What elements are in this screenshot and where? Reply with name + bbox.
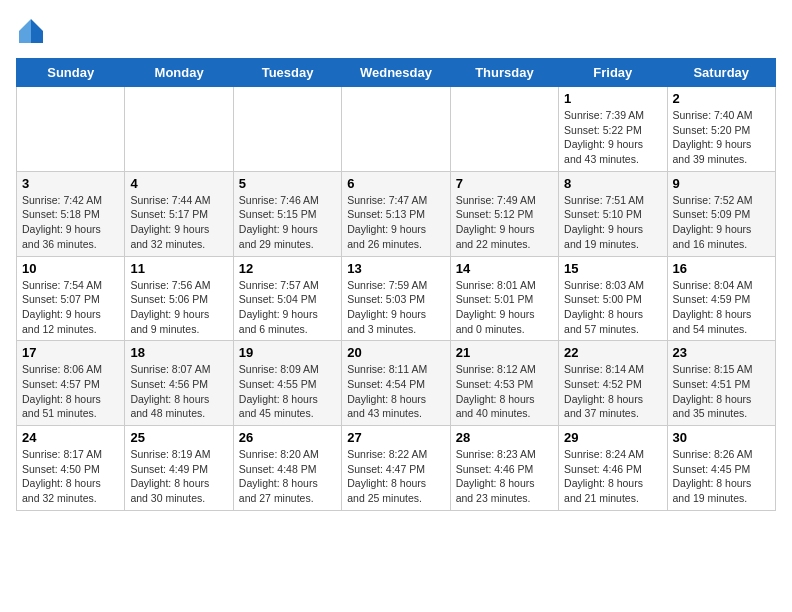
day-number: 11: [130, 261, 227, 276]
calendar-day-cell: 2Sunrise: 7:40 AM Sunset: 5:20 PM Daylig…: [667, 87, 775, 172]
day-number: 16: [673, 261, 770, 276]
day-number: 4: [130, 176, 227, 191]
day-number: 26: [239, 430, 336, 445]
calendar-day-cell: 14Sunrise: 8:01 AM Sunset: 5:01 PM Dayli…: [450, 256, 558, 341]
day-number: 19: [239, 345, 336, 360]
weekday-header: Thursday: [450, 59, 558, 87]
day-info: Sunrise: 7:39 AM Sunset: 5:22 PM Dayligh…: [564, 108, 661, 167]
day-number: 27: [347, 430, 444, 445]
day-number: 3: [22, 176, 119, 191]
day-info: Sunrise: 7:49 AM Sunset: 5:12 PM Dayligh…: [456, 193, 553, 252]
logo: [16, 16, 50, 46]
day-info: Sunrise: 7:57 AM Sunset: 5:04 PM Dayligh…: [239, 278, 336, 337]
day-number: 13: [347, 261, 444, 276]
day-info: Sunrise: 8:26 AM Sunset: 4:45 PM Dayligh…: [673, 447, 770, 506]
day-info: Sunrise: 8:20 AM Sunset: 4:48 PM Dayligh…: [239, 447, 336, 506]
calendar-week-row: 24Sunrise: 8:17 AM Sunset: 4:50 PM Dayli…: [17, 426, 776, 511]
calendar-day-cell: 21Sunrise: 8:12 AM Sunset: 4:53 PM Dayli…: [450, 341, 558, 426]
weekday-header: Friday: [559, 59, 667, 87]
day-number: 24: [22, 430, 119, 445]
day-number: 18: [130, 345, 227, 360]
day-info: Sunrise: 8:06 AM Sunset: 4:57 PM Dayligh…: [22, 362, 119, 421]
day-number: 10: [22, 261, 119, 276]
calendar-body: 1Sunrise: 7:39 AM Sunset: 5:22 PM Daylig…: [17, 87, 776, 511]
day-number: 15: [564, 261, 661, 276]
calendar-day-cell: 17Sunrise: 8:06 AM Sunset: 4:57 PM Dayli…: [17, 341, 125, 426]
svg-marker-1: [31, 31, 43, 43]
weekday-header: Saturday: [667, 59, 775, 87]
day-info: Sunrise: 8:11 AM Sunset: 4:54 PM Dayligh…: [347, 362, 444, 421]
day-info: Sunrise: 8:01 AM Sunset: 5:01 PM Dayligh…: [456, 278, 553, 337]
calendar-day-cell: 23Sunrise: 8:15 AM Sunset: 4:51 PM Dayli…: [667, 341, 775, 426]
calendar-day-cell: 28Sunrise: 8:23 AM Sunset: 4:46 PM Dayli…: [450, 426, 558, 511]
day-info: Sunrise: 8:14 AM Sunset: 4:52 PM Dayligh…: [564, 362, 661, 421]
day-number: 22: [564, 345, 661, 360]
svg-marker-2: [19, 19, 31, 43]
calendar-day-cell: 25Sunrise: 8:19 AM Sunset: 4:49 PM Dayli…: [125, 426, 233, 511]
day-number: 6: [347, 176, 444, 191]
calendar-day-cell: 20Sunrise: 8:11 AM Sunset: 4:54 PM Dayli…: [342, 341, 450, 426]
day-number: 9: [673, 176, 770, 191]
day-info: Sunrise: 7:51 AM Sunset: 5:10 PM Dayligh…: [564, 193, 661, 252]
calendar-day-cell: [125, 87, 233, 172]
day-info: Sunrise: 7:42 AM Sunset: 5:18 PM Dayligh…: [22, 193, 119, 252]
day-info: Sunrise: 7:52 AM Sunset: 5:09 PM Dayligh…: [673, 193, 770, 252]
day-number: 20: [347, 345, 444, 360]
day-info: Sunrise: 8:24 AM Sunset: 4:46 PM Dayligh…: [564, 447, 661, 506]
calendar-day-cell: 11Sunrise: 7:56 AM Sunset: 5:06 PM Dayli…: [125, 256, 233, 341]
calendar-day-cell: [342, 87, 450, 172]
day-number: 29: [564, 430, 661, 445]
weekday-header: Sunday: [17, 59, 125, 87]
day-info: Sunrise: 8:12 AM Sunset: 4:53 PM Dayligh…: [456, 362, 553, 421]
day-info: Sunrise: 7:54 AM Sunset: 5:07 PM Dayligh…: [22, 278, 119, 337]
day-number: 23: [673, 345, 770, 360]
day-info: Sunrise: 8:23 AM Sunset: 4:46 PM Dayligh…: [456, 447, 553, 506]
svg-marker-0: [31, 19, 43, 31]
day-info: Sunrise: 7:44 AM Sunset: 5:17 PM Dayligh…: [130, 193, 227, 252]
calendar-day-cell: 15Sunrise: 8:03 AM Sunset: 5:00 PM Dayli…: [559, 256, 667, 341]
day-number: 30: [673, 430, 770, 445]
day-number: 21: [456, 345, 553, 360]
day-info: Sunrise: 8:15 AM Sunset: 4:51 PM Dayligh…: [673, 362, 770, 421]
day-number: 2: [673, 91, 770, 106]
day-info: Sunrise: 7:40 AM Sunset: 5:20 PM Dayligh…: [673, 108, 770, 167]
calendar-day-cell: 3Sunrise: 7:42 AM Sunset: 5:18 PM Daylig…: [17, 171, 125, 256]
calendar-day-cell: 30Sunrise: 8:26 AM Sunset: 4:45 PM Dayli…: [667, 426, 775, 511]
calendar-day-cell: 27Sunrise: 8:22 AM Sunset: 4:47 PM Dayli…: [342, 426, 450, 511]
calendar-day-cell: 5Sunrise: 7:46 AM Sunset: 5:15 PM Daylig…: [233, 171, 341, 256]
calendar-day-cell: 12Sunrise: 7:57 AM Sunset: 5:04 PM Dayli…: [233, 256, 341, 341]
day-number: 28: [456, 430, 553, 445]
day-number: 25: [130, 430, 227, 445]
day-info: Sunrise: 7:56 AM Sunset: 5:06 PM Dayligh…: [130, 278, 227, 337]
day-number: 1: [564, 91, 661, 106]
day-info: Sunrise: 8:04 AM Sunset: 4:59 PM Dayligh…: [673, 278, 770, 337]
day-number: 8: [564, 176, 661, 191]
calendar-day-cell: 24Sunrise: 8:17 AM Sunset: 4:50 PM Dayli…: [17, 426, 125, 511]
day-info: Sunrise: 8:03 AM Sunset: 5:00 PM Dayligh…: [564, 278, 661, 337]
calendar-table: SundayMondayTuesdayWednesdayThursdayFrid…: [16, 58, 776, 511]
calendar-week-row: 1Sunrise: 7:39 AM Sunset: 5:22 PM Daylig…: [17, 87, 776, 172]
calendar-day-cell: 18Sunrise: 8:07 AM Sunset: 4:56 PM Dayli…: [125, 341, 233, 426]
calendar-week-row: 3Sunrise: 7:42 AM Sunset: 5:18 PM Daylig…: [17, 171, 776, 256]
calendar-day-cell: [233, 87, 341, 172]
calendar-day-cell: 7Sunrise: 7:49 AM Sunset: 5:12 PM Daylig…: [450, 171, 558, 256]
calendar-week-row: 17Sunrise: 8:06 AM Sunset: 4:57 PM Dayli…: [17, 341, 776, 426]
calendar-day-cell: 16Sunrise: 8:04 AM Sunset: 4:59 PM Dayli…: [667, 256, 775, 341]
calendar-day-cell: 22Sunrise: 8:14 AM Sunset: 4:52 PM Dayli…: [559, 341, 667, 426]
day-info: Sunrise: 8:17 AM Sunset: 4:50 PM Dayligh…: [22, 447, 119, 506]
day-number: 12: [239, 261, 336, 276]
calendar-day-cell: 26Sunrise: 8:20 AM Sunset: 4:48 PM Dayli…: [233, 426, 341, 511]
calendar-header: SundayMondayTuesdayWednesdayThursdayFrid…: [17, 59, 776, 87]
calendar-day-cell: 1Sunrise: 7:39 AM Sunset: 5:22 PM Daylig…: [559, 87, 667, 172]
calendar-day-cell: 13Sunrise: 7:59 AM Sunset: 5:03 PM Dayli…: [342, 256, 450, 341]
day-info: Sunrise: 8:19 AM Sunset: 4:49 PM Dayligh…: [130, 447, 227, 506]
calendar-day-cell: 9Sunrise: 7:52 AM Sunset: 5:09 PM Daylig…: [667, 171, 775, 256]
calendar-day-cell: 8Sunrise: 7:51 AM Sunset: 5:10 PM Daylig…: [559, 171, 667, 256]
day-number: 17: [22, 345, 119, 360]
day-info: Sunrise: 8:07 AM Sunset: 4:56 PM Dayligh…: [130, 362, 227, 421]
day-info: Sunrise: 7:59 AM Sunset: 5:03 PM Dayligh…: [347, 278, 444, 337]
calendar-day-cell: [450, 87, 558, 172]
calendar-day-cell: 4Sunrise: 7:44 AM Sunset: 5:17 PM Daylig…: [125, 171, 233, 256]
day-number: 7: [456, 176, 553, 191]
calendar-day-cell: 6Sunrise: 7:47 AM Sunset: 5:13 PM Daylig…: [342, 171, 450, 256]
